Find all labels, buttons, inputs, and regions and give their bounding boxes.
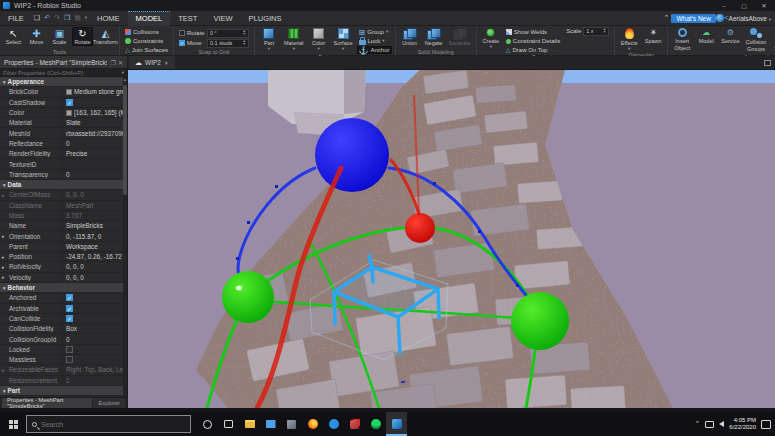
property-row-locked[interactable]: Locked [0,345,123,355]
property-row-material[interactable]: MaterialSlate [0,118,123,128]
green-sphere-right[interactable] [511,292,569,350]
property-value[interactable]: Box [62,324,123,333]
move-snap-input[interactable]: 0.1 studs▲▼ [207,39,249,48]
transform-tool-button[interactable]: ◭Transform [95,27,116,46]
properties-scrollbar[interactable]: ▲ [123,77,127,397]
show-welds-toggle[interactable]: Show Welds [504,28,562,36]
red-sphere[interactable] [405,213,435,243]
section-header-part[interactable]: ▾Part [0,386,123,396]
property-value[interactable]: 0, 0, 0 [62,273,123,282]
property-row-renderfidelity[interactable]: RenderFidelityPrecise [0,149,123,159]
property-value[interactable]: 0 [62,170,123,179]
property-row-brickcolor[interactable]: BrickColorMedium stone grey [0,87,123,97]
property-value[interactable]: Workspace [62,242,123,251]
section-header-appearance[interactable]: ▾Appearance [0,77,123,87]
scrollbar-thumb[interactable] [123,85,127,195]
property-value[interactable]: rbxassetid://29370905 [62,128,123,137]
tab-close-icon[interactable]: ✕ [164,60,169,66]
minimize-button[interactable]: – [716,3,732,9]
property-value[interactable]: 3.767 [62,211,123,220]
taskbar-app-photos[interactable] [281,412,302,436]
property-row-anchored[interactable]: Anchored✓ [0,293,123,303]
surface-button[interactable]: Surface▾ [332,27,355,52]
menu-tab-view[interactable]: VIEW [205,11,240,26]
property-row-mass[interactable]: Mass3.767 [0,211,123,221]
expand-arrow-icon[interactable]: ▸ [2,264,5,270]
save-icon[interactable]: ▦ [72,14,83,22]
menu-tab-plugins[interactable]: PLUGINS [241,11,290,26]
taskbar-app-cortana[interactable] [197,412,218,436]
property-row-orientation[interactable]: ▸Orientation0, -115.87, 0 [0,231,123,241]
taskbar-app-mail[interactable] [260,412,281,436]
spinner-icon[interactable]: ▲▼ [243,40,246,46]
filter-properties-input[interactable] [0,68,122,77]
property-row-meshid[interactable]: MeshIdrbxassetid://29370905 [0,128,123,138]
union-button[interactable]: Union [399,27,421,47]
property-value[interactable]: Slate [62,118,123,127]
property-value[interactable] [62,355,123,364]
taskbar-app-app-red[interactable] [344,412,365,436]
green-sphere-left[interactable] [222,271,274,323]
property-value[interactable]: 0, 0, 0 [62,190,123,199]
run-script-button[interactable]: ▶RunScript [770,27,775,52]
property-value[interactable]: -24.87, 0.26, -16.72 [62,252,123,261]
undo-icon[interactable]: ↶ [42,14,52,22]
dock-window-icon[interactable]: ❐ [111,59,116,66]
property-row-resizeincrement[interactable]: ResizeIncrement1 [0,376,123,386]
taskbar-app-file-explorer[interactable] [239,412,260,436]
taskbar-app-roblox-studio[interactable] [386,412,407,436]
menu-tab-home[interactable]: HOME [89,11,128,26]
property-value[interactable] [62,396,123,397]
property-value[interactable] [62,159,123,168]
taskbar-app-task-view[interactable] [218,412,239,436]
rotate-snap-input[interactable]: 0 °▲▼ [207,29,249,38]
collisions-toggle[interactable]: Collisions [123,28,170,36]
taskbar-app-app-blue[interactable] [323,412,344,436]
property-value[interactable]: ✓ [62,293,123,302]
action-center-icon[interactable] [761,420,771,429]
new-file-icon[interactable]: ❏ [32,14,42,22]
maximize-button[interactable]: ▢ [736,2,752,9]
property-value[interactable]: [163, 162, 165] (Me... [62,108,123,117]
network-icon[interactable] [705,421,714,428]
insert-object-button[interactable]: InsertObject [671,27,693,52]
join-surfaces-toggle[interactable]: △Join Surfaces [123,46,170,54]
section-chevron-icon[interactable]: ▾ [3,388,6,394]
collapse-ribbon-icon[interactable]: ⌃ [662,14,672,22]
taskbar-app-spotify[interactable] [365,412,386,436]
constraints-toggle[interactable]: Constraints [123,37,170,45]
rotate-tool-button[interactable]: ↻Rotate [72,27,93,46]
service-button[interactable]: ⚙Service [719,27,741,45]
massless-checkbox[interactable] [66,356,73,363]
menu-tab-test[interactable]: TEST [170,11,205,26]
property-row-position[interactable]: ▸Position-24.87, 0.26, -16.72 [0,252,123,262]
color-button[interactable]: Color▾ [308,27,330,52]
search-input[interactable] [41,421,185,428]
section-header-behavior[interactable]: ▾Behavior [0,283,123,293]
property-value[interactable]: Precise [62,149,123,158]
draw-on-top-toggle[interactable]: △Draw On Top [504,46,562,54]
menu-tab-model[interactable]: MODEL [128,11,171,26]
property-row-parent[interactable]: ParentWorkspace [0,242,123,252]
section-chevron-icon[interactable]: ▾ [3,182,6,188]
anchor-button[interactable]: ⚓Anchor [357,46,392,54]
expand-arrow-icon[interactable]: ▸ [2,192,5,198]
property-row-centerofmass[interactable]: ▸CenterOfMass0, 0, 0 [0,190,123,200]
file-menu[interactable]: FILE [0,11,32,26]
expand-arrow-icon[interactable]: ▸ [2,274,5,280]
property-value[interactable] [62,345,123,354]
globe-icon[interactable] [716,14,724,22]
constraint-details-toggle[interactable]: Constraint Details [504,37,562,45]
property-value[interactable]: ✓ [62,314,123,323]
account-menu[interactable]: AerialsAbove ▾ [729,15,775,22]
archivable-checkbox[interactable]: ✓ [66,305,73,312]
property-row-name[interactable]: NameSimpleBricks [0,221,123,231]
section-chevron-icon[interactable]: ▾ [3,79,6,85]
start-button[interactable] [0,412,26,436]
property-value[interactable]: 0, -115.87, 0 [62,231,123,240]
property-row-transparency[interactable]: Transparency0 [0,170,123,180]
property-row-castshadow[interactable]: CastShadow✓ [0,98,123,108]
constraint-scale-input[interactable]: 1 x▲▼ [583,27,609,36]
property-value[interactable]: 1 [62,376,123,385]
volume-icon[interactable] [719,421,724,427]
